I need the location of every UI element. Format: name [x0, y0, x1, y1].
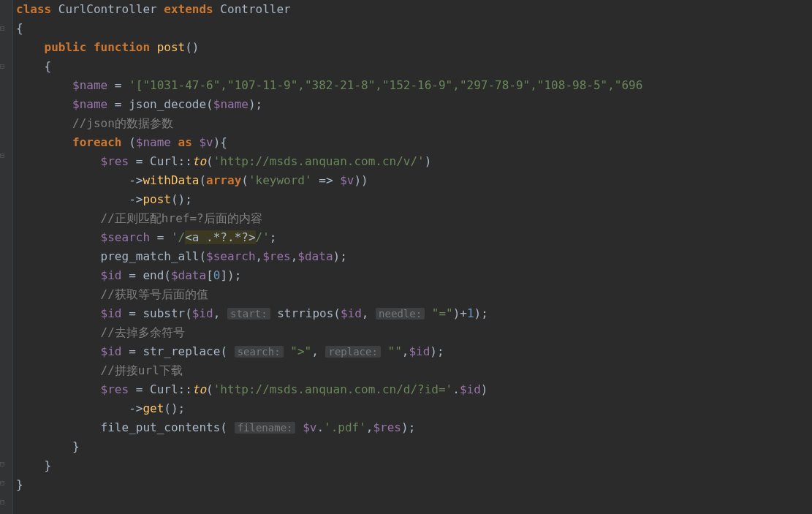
code-line: //获取等号后面的值 — [16, 285, 812, 304]
string-literal: "=" — [432, 306, 453, 320]
code-line: } — [16, 475, 812, 494]
number: 0 — [213, 268, 221, 282]
operator: = — [107, 97, 129, 111]
code-line: preg_match_all($search,$res,$data); — [16, 247, 812, 266]
editor-gutter: ⊟ ⊟ ⊟ ⊟ ⊟ ⊟ — [0, 0, 13, 514]
paren: ( — [129, 135, 136, 149]
paren: ) — [481, 382, 488, 396]
code-line: } — [16, 456, 812, 475]
variable: $res — [262, 249, 291, 263]
brace: } — [45, 458, 52, 472]
variable: $id — [409, 344, 430, 358]
semicolon: ; — [270, 230, 277, 244]
code-line: $search = '/<a .*?.*?>/'; — [16, 228, 812, 247]
comment: //去掉多余符号 — [101, 325, 185, 339]
paren: ( — [199, 249, 206, 263]
regex-body: <a .*?.*?> — [185, 230, 255, 244]
code-line: file_put_contents( filename: $v.'.pdf',$… — [16, 418, 812, 437]
code-editor[interactable]: class CurlController extends Controller … — [0, 0, 812, 494]
parameter-hint: search: — [235, 346, 284, 358]
variable: $res — [101, 382, 129, 396]
space — [425, 306, 432, 320]
class-ref: Curl — [150, 154, 178, 168]
fold-mark[interactable]: ⊟ — [0, 19, 5, 38]
code-line: //正则匹配href=?后面的内容 — [16, 209, 812, 228]
paren: ); — [430, 344, 444, 358]
paren: ); — [401, 420, 415, 434]
paren: ( — [333, 306, 341, 320]
parameter-hint: replace: — [325, 346, 380, 358]
function-call: end — [143, 268, 164, 282]
string-literal: 'http://msds.anquan.com.cn/v/' — [213, 154, 425, 168]
code-line: foreach ($name as $v){ — [16, 133, 812, 152]
paren: ( — [206, 382, 213, 396]
paren: ( — [185, 306, 192, 320]
operator: = — [150, 230, 171, 244]
paren: ); — [248, 97, 262, 111]
fold-mark[interactable]: ⊟ — [0, 474, 5, 493]
arrow-operator: -> — [129, 173, 143, 187]
keyword-public: public — [45, 40, 87, 54]
parameter-hint: start: — [227, 308, 270, 320]
code-line: //拼接url下载 — [16, 361, 812, 380]
string-literal: ">" — [290, 344, 311, 358]
keyword-array: array — [206, 173, 241, 187]
variable: $res — [101, 154, 129, 168]
code-line: //json的数据参数 — [16, 114, 812, 133]
code-line: $id = substr($id, start: strripos($id, n… — [16, 304, 812, 323]
paren: ); — [333, 249, 347, 263]
fold-mark[interactable]: ⊟ — [0, 146, 5, 165]
variable: $name — [213, 97, 248, 111]
variable: $v — [199, 135, 213, 149]
variable: $id — [192, 306, 213, 320]
function-call: preg_match_all — [101, 249, 200, 263]
code-line: } — [16, 437, 812, 456]
fold-mark[interactable]: ⊟ — [0, 57, 5, 76]
string-literal: '.pdf' — [324, 420, 366, 434]
double-colon: :: — [178, 154, 192, 168]
space — [270, 306, 278, 320]
paren: ( — [241, 173, 248, 187]
function-call: file_put_contents — [101, 420, 221, 434]
code-line: ->withData(array('keyword' => $v)) — [16, 171, 812, 190]
function-call: substr — [143, 306, 185, 320]
fold-mark[interactable]: ⊟ — [0, 493, 5, 512]
variable: $name — [72, 78, 107, 92]
paren: ( — [199, 173, 206, 187]
comma: , — [213, 306, 227, 320]
variable: $v — [303, 420, 316, 434]
concat-operator: . — [316, 420, 324, 434]
string-literal: '["1031-47-6","107-11-9","382-21-8","152… — [129, 78, 642, 92]
operator: = — [107, 78, 129, 92]
class-name: CurlController — [51, 2, 164, 16]
variable: $search — [206, 249, 255, 263]
bracket: [ — [206, 268, 213, 282]
comment: //json的数据参数 — [72, 116, 173, 130]
variable: $v — [340, 173, 354, 187]
space — [295, 420, 303, 434]
code-line: $res = Curl::to('http://msds.anquan.com.… — [16, 152, 812, 171]
function-call: json_decode — [129, 97, 206, 111]
keyword-class: class — [16, 2, 51, 16]
comment: //获取等号后面的值 — [101, 287, 208, 301]
brace: { — [45, 59, 52, 73]
method-call: post — [143, 192, 171, 206]
arrow-operator: -> — [129, 401, 143, 415]
variable: $data — [297, 249, 333, 263]
paren: ( — [164, 268, 171, 282]
comma: , — [311, 344, 325, 358]
keyword-function: function — [86, 40, 156, 54]
operator: = — [122, 306, 143, 320]
code-line: public function post() — [16, 38, 812, 57]
static-method: to — [192, 154, 206, 168]
string-close: /' — [256, 230, 270, 244]
fat-arrow: => — [312, 173, 341, 187]
fold-mark[interactable]: ⊟ — [0, 455, 5, 474]
variable: $name — [136, 135, 171, 149]
code-line: $name = '["1031-47-6","107-11-9","382-21… — [16, 76, 812, 95]
parens: (); — [171, 192, 192, 206]
code-line: ->get(); — [16, 399, 812, 418]
parameter-hint: needle: — [376, 308, 425, 320]
paren: ){ — [213, 135, 227, 149]
paren: )) — [354, 173, 368, 187]
